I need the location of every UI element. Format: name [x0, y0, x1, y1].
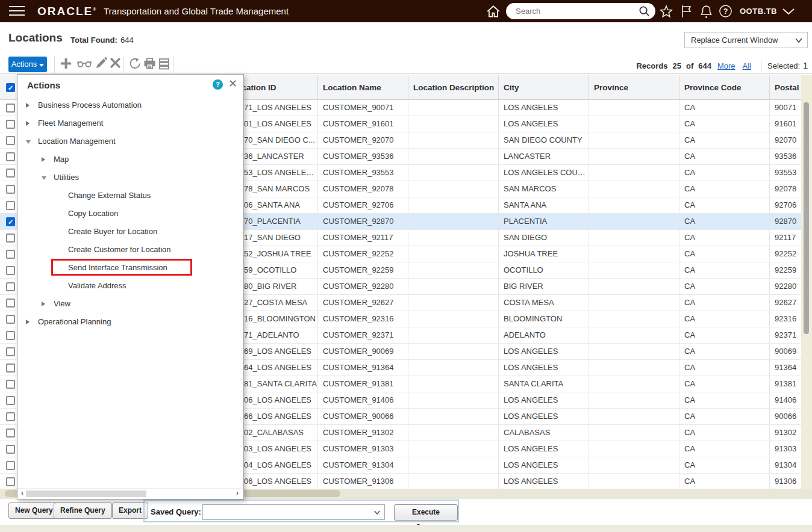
menu-item-utilities[interactable]: Utilities: [17, 169, 243, 187]
row-checkbox[interactable]: [6, 445, 15, 454]
row-checkbox[interactable]: [6, 461, 15, 470]
favorites-star-icon[interactable]: [659, 4, 673, 19]
execute-query-button[interactable]: Execute Query: [394, 504, 458, 521]
scroll-left-icon[interactable]: ‹: [21, 489, 23, 497]
popup-scrollbar-thumb[interactable]: [26, 490, 146, 497]
column-header-desc[interactable]: Location Description: [408, 75, 498, 101]
menu-item-map[interactable]: Map: [17, 150, 243, 169]
expand-arrow-icon[interactable]: [26, 320, 30, 324]
home-icon[interactable]: [486, 4, 501, 19]
cell-city: SANTA ANA: [498, 197, 589, 213]
delete-x-icon[interactable]: [110, 57, 121, 69]
cell-province: [589, 230, 679, 246]
vertical-scrollbar-thumb[interactable]: [804, 102, 809, 334]
row-checkbox[interactable]: [6, 315, 15, 324]
saved-query-select[interactable]: [202, 504, 385, 520]
cell-desc: [408, 214, 498, 229]
row-checkbox[interactable]: [6, 185, 15, 194]
menu-item-validate-address[interactable]: Validate Address: [17, 277, 243, 295]
row-checkbox[interactable]: [6, 234, 15, 243]
row-checkbox[interactable]: [6, 169, 15, 178]
actions-button[interactable]: Actions: [8, 57, 47, 72]
row-checkbox[interactable]: [6, 266, 15, 275]
refresh-icon[interactable]: [128, 57, 141, 70]
collapse-arrow-icon[interactable]: [26, 140, 31, 144]
search-input[interactable]: [516, 5, 630, 17]
row-checkbox[interactable]: [6, 380, 15, 389]
row-checkbox[interactable]: ✓: [6, 217, 15, 226]
menu-item-copy-location[interactable]: Copy Location: [17, 205, 243, 223]
app-title: Transportation and Global Trade Manageme…: [104, 6, 289, 16]
popup-horizontal-scrollbar[interactable]: ‹ ›: [17, 488, 243, 498]
search-icon[interactable]: [639, 5, 650, 17]
global-search: [506, 3, 655, 19]
cell-desc: [408, 132, 498, 148]
popup-close-icon[interactable]: ✕: [228, 77, 237, 90]
list-rows-icon[interactable]: [158, 57, 170, 70]
menu-item-create-buyer-for-location[interactable]: Create Buyer for Location: [17, 223, 243, 241]
export-button[interactable]: Export: [112, 503, 148, 519]
row-checkbox[interactable]: [6, 282, 15, 291]
new-query-button[interactable]: New Query: [8, 503, 60, 519]
popup-help-icon[interactable]: ?: [213, 79, 223, 90]
vertical-scrollbar[interactable]: [801, 75, 812, 489]
menu-item-fleet-management[interactable]: Fleet Management: [17, 114, 243, 132]
cell-desc: [408, 165, 498, 181]
add-icon[interactable]: [60, 57, 72, 70]
selected-count: 1: [803, 61, 808, 70]
flag-icon[interactable]: [680, 4, 693, 19]
row-checkbox[interactable]: [6, 477, 15, 486]
hamburger-menu-icon[interactable]: [9, 6, 25, 16]
row-checkbox[interactable]: [6, 331, 15, 340]
column-header-province[interactable]: Province: [589, 75, 679, 101]
row-checkbox[interactable]: [6, 152, 15, 161]
row-checkbox[interactable]: [6, 298, 15, 308]
expand-arrow-icon[interactable]: [26, 121, 30, 126]
records-total: 644: [698, 61, 711, 70]
edit-pencil-icon[interactable]: [95, 57, 107, 69]
cell-city: ADELANTO: [498, 327, 589, 343]
more-link[interactable]: More: [717, 61, 735, 70]
row-checkbox[interactable]: [6, 363, 15, 373]
column-header-code[interactable]: Province Code: [679, 75, 769, 101]
scroll-right-icon[interactable]: ›: [236, 489, 239, 497]
chevron-down-icon[interactable]: [781, 7, 796, 16]
select-all-checkbox[interactable]: ✓: [6, 83, 15, 92]
row-checkbox[interactable]: [6, 250, 15, 259]
notifications-bell-icon[interactable]: [699, 4, 713, 19]
print-icon[interactable]: [143, 57, 156, 70]
expand-arrow-icon[interactable]: [42, 157, 45, 162]
cell-name: CUSTOMER_92870: [317, 214, 408, 229]
column-header-city[interactable]: City: [498, 75, 589, 101]
column-header-name[interactable]: Location Name: [317, 75, 408, 101]
refine-query-button[interactable]: Refine Query: [54, 503, 112, 519]
menu-item-operational-planning[interactable]: Operational Planning: [17, 313, 243, 331]
row-checkbox[interactable]: [6, 428, 15, 438]
all-link[interactable]: All: [743, 61, 751, 70]
cell-city: LOS ANGELES: [498, 474, 589, 489]
menu-item-business-process-automation[interactable]: Business Process Automation: [17, 96, 243, 114]
menu-item-send-interface-transmission[interactable]: Send Interface Transmission: [17, 259, 243, 277]
menu-item-change-external-status[interactable]: Change External Status: [17, 187, 243, 205]
row-checkbox[interactable]: [6, 412, 15, 421]
menu-item-view[interactable]: View: [17, 295, 243, 313]
expand-arrow-icon[interactable]: [42, 302, 45, 306]
row-checkbox[interactable]: [6, 201, 15, 210]
row-checkbox[interactable]: [6, 396, 15, 405]
view-glasses-icon[interactable]: [77, 60, 92, 68]
cell-city: LOS ANGELES: [498, 392, 589, 408]
row-checkbox[interactable]: [6, 104, 15, 113]
menu-item-create-customer-for-location[interactable]: Create Customer for Location: [17, 241, 243, 259]
window-mode-select[interactable]: Replace Current Window: [684, 32, 808, 48]
expand-arrow-icon[interactable]: [26, 103, 30, 108]
user-menu[interactable]: OOTB.TB: [740, 7, 777, 16]
collapse-arrow-icon[interactable]: [42, 176, 46, 180]
help-icon[interactable]: ?: [719, 4, 732, 18]
cell-province: [589, 409, 679, 424]
cell-province: [589, 100, 679, 116]
row-checkbox[interactable]: [6, 120, 15, 129]
records-summary: Records 25 of 644 More All Selected: 1: [634, 60, 808, 72]
row-checkbox[interactable]: [6, 136, 15, 145]
row-checkbox[interactable]: [6, 347, 15, 356]
menu-item-location-management[interactable]: Location Management: [17, 132, 243, 150]
